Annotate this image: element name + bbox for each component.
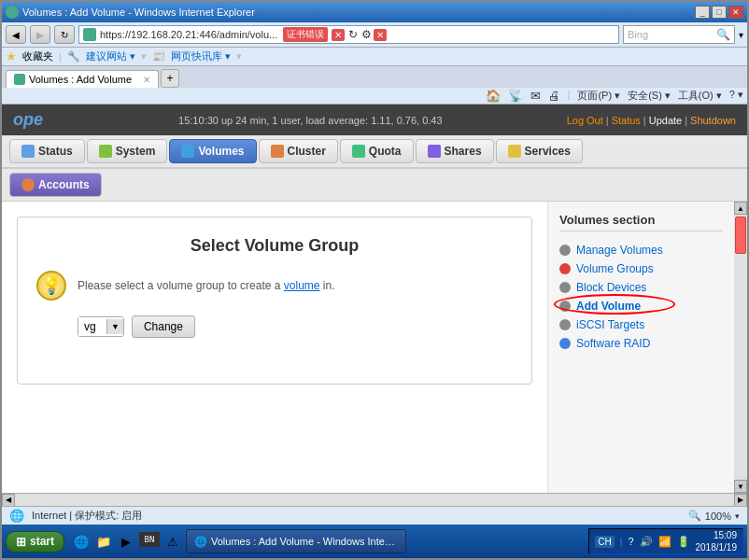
help-menu[interactable]: ? ▾ <box>729 89 743 103</box>
warning-quicklaunch-icon[interactable]: ⚠ <box>163 532 182 551</box>
tab-volumes[interactable]: Volumes <box>169 139 256 163</box>
tab-services-label: Services <box>525 145 571 158</box>
address-box[interactable]: https://192.168.20.21:446/admin/volu... … <box>78 25 619 44</box>
status-right: 🔍 100% ▾ <box>688 510 740 522</box>
tools-menu[interactable]: 工具(O) ▾ <box>678 89 722 103</box>
sidebar-item-block-devices[interactable]: Block Devices <box>559 278 723 297</box>
tab-cluster[interactable]: Cluster <box>259 139 338 163</box>
tab-status[interactable]: Status <box>9 139 85 163</box>
favorites-label[interactable]: 收藏夹 <box>22 49 53 63</box>
refresh-icon[interactable]: ↻ <box>348 28 358 41</box>
active-tab[interactable]: Volumes : Add Volume ✕ <box>6 70 159 88</box>
windows-logo-icon: ⊞ <box>16 535 26 549</box>
software-raid-label: Software RAID <box>576 337 650 350</box>
refresh-button[interactable]: ↻ <box>54 25 75 44</box>
sys-tray: CH | ? 🔊 📶 🔋 15:09 2018/1/19 <box>588 528 743 554</box>
scroll-thumb[interactable] <box>735 217 746 254</box>
new-tab-button[interactable]: + <box>161 69 179 88</box>
page-menu[interactable]: 页面(P) ▾ <box>577 89 620 103</box>
speaker-icon[interactable]: 🔊 <box>640 536 653 548</box>
help-tray-icon[interactable]: ? <box>628 536 633 547</box>
taskbar-window-item[interactable]: 🌐 Volumes : Add Volume - Windows Intern.… <box>186 529 406 553</box>
tab-row: Volumes : Add Volume ✕ + <box>2 66 747 88</box>
explorer-quicklaunch-icon[interactable]: 📁 <box>94 532 113 551</box>
vg-dropdown-arrow[interactable]: ▼ <box>106 319 123 334</box>
sidebar-item-software-raid[interactable]: Software RAID <box>559 334 723 353</box>
search-arrow[interactable]: ▾ <box>739 30 743 40</box>
taskbar-right: CH | ? 🔊 📶 🔋 15:09 2018/1/19 <box>588 528 743 554</box>
media-quicklaunch-icon[interactable]: ▶ <box>117 532 135 551</box>
safety-menu[interactable]: 安全(S) ▾ <box>628 89 671 103</box>
update-link[interactable]: Update <box>649 115 682 126</box>
fav-sep-1: | <box>59 51 62 63</box>
info-text-after: in. <box>319 279 334 292</box>
quicklinks-link[interactable]: 网页快讯库 ▾ <box>171 49 231 63</box>
battery-icon[interactable]: 🔋 <box>677 536 690 548</box>
tab-shares[interactable]: Shares <box>416 139 494 163</box>
quicklinks-icon: 📰 <box>152 50 165 63</box>
cert-error-badge[interactable]: 证书错误 <box>283 27 328 42</box>
forward-button[interactable]: ▶ <box>30 25 50 44</box>
volume-link[interactable]: volume <box>284 279 320 292</box>
minimize-button[interactable]: _ <box>695 6 710 19</box>
tab-quota[interactable]: Quota <box>340 139 414 163</box>
sidebar-item-iscsi-targets[interactable]: iSCSI Targets <box>559 315 723 334</box>
ope-header: ope 15:10:30 up 24 min, 1 user, load ave… <box>2 105 747 135</box>
logout-link[interactable]: Log Out <box>567 115 603 126</box>
add-volume-icon <box>559 301 571 312</box>
cluster-tab-icon <box>271 145 284 158</box>
zone-text: Internet | 保护模式: 启用 <box>32 509 142 523</box>
favorites-bar: ★ 收藏夹 | 🔧 建议网站 ▾ ▾ 📰 网页快讯库 ▾ ▾ <box>2 48 747 66</box>
main-panel: Select Volume Group 💡 Please select a vo… <box>2 202 547 493</box>
search-box[interactable]: Bing 🔍 <box>623 25 735 44</box>
tab-close-icon[interactable]: ✕ <box>143 75 150 85</box>
home-icon[interactable]: 🏠 <box>486 89 501 103</box>
site-icon <box>83 28 96 41</box>
sidebar-item-manage-volumes[interactable]: Manage Volumes <box>559 241 723 259</box>
sep: | <box>620 537 623 547</box>
script-icon: ⚙ <box>361 28 372 41</box>
print-icon[interactable]: 🖨 <box>548 89 560 103</box>
suggest-site-link[interactable]: 建议网站 ▾ <box>86 49 135 63</box>
quota-tab-icon <box>352 145 365 158</box>
mail-icon[interactable]: ✉ <box>530 89 541 103</box>
change-button[interactable]: Change <box>132 315 195 338</box>
clock: 15:09 2018/1/19 <box>696 529 738 553</box>
sidebar-item-add-volume[interactable]: Add Volume <box>559 297 723 315</box>
feed-icon[interactable]: 📡 <box>508 89 523 103</box>
network-icon[interactable]: 📶 <box>658 536 671 548</box>
start-label: start <box>30 535 54 548</box>
tab-shares-label: Shares <box>445 145 482 158</box>
block-devices-icon <box>559 282 571 293</box>
zoom-icon[interactable]: 🔍 <box>688 510 701 522</box>
vg-input[interactable] <box>78 317 106 336</box>
start-button[interactable]: ⊞ start <box>6 531 64 553</box>
scroll-down-button[interactable]: ▼ <box>734 480 747 493</box>
scroll-up-button[interactable]: ▲ <box>734 202 747 215</box>
software-raid-icon <box>559 338 571 349</box>
search-icon[interactable]: 🔍 <box>716 28 730 41</box>
accounts-tab[interactable]: Accounts <box>9 173 102 197</box>
cmd-quicklaunch-icon[interactable]: BN <box>139 532 160 547</box>
scroll-left-button[interactable]: ◀ <box>2 494 15 507</box>
close-cert-icon[interactable]: ✕ <box>332 29 345 41</box>
close-button[interactable]: ✕ <box>728 6 743 19</box>
lang-icon[interactable]: CH <box>595 536 614 548</box>
tab-system[interactable]: System <box>87 139 168 163</box>
tab-services[interactable]: Services <box>496 139 583 163</box>
star-icon: ★ <box>6 49 17 63</box>
taskbar: ⊞ start 🌐 📁 ▶ BN ⚠ 🌐 Volumes : Add Volum… <box>2 525 747 558</box>
ope-logo: ope <box>13 110 43 130</box>
stop-icon[interactable]: ✕ <box>374 29 387 41</box>
scroll-right-button[interactable]: ▶ <box>734 494 747 507</box>
maximize-button[interactable]: □ <box>712 6 727 19</box>
ie-quicklaunch-icon[interactable]: 🌐 <box>72 532 91 551</box>
back-button[interactable]: ◀ <box>6 25 26 44</box>
status-link[interactable]: Status <box>612 115 641 126</box>
sidebar-item-volume-groups[interactable]: Volume Groups <box>559 259 723 278</box>
iscsi-targets-label: iSCSI Targets <box>576 318 644 331</box>
vg-select[interactable]: ▼ <box>78 316 124 337</box>
zoom-arrow[interactable]: ▾ <box>735 511 740 521</box>
shutdown-link[interactable]: Shutdown <box>690 115 736 126</box>
block-devices-label: Block Devices <box>576 281 646 294</box>
